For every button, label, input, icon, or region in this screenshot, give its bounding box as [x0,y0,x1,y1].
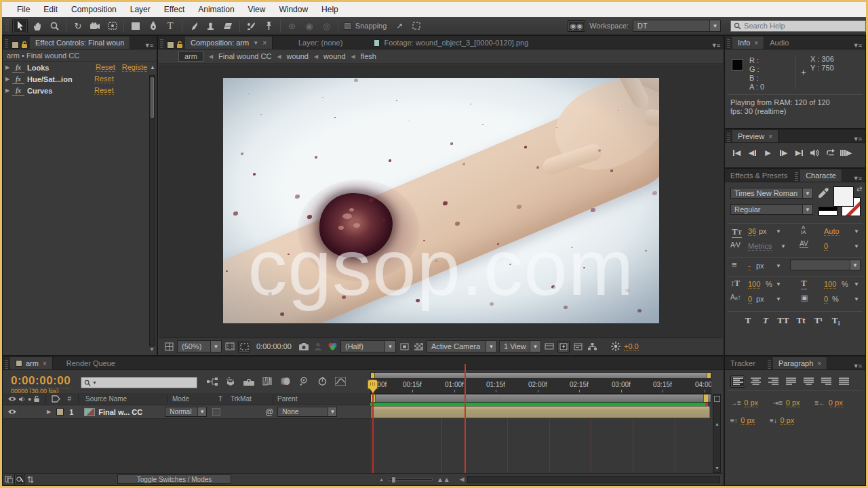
fill-color-swatch[interactable] [833,186,854,207]
justify-all-button[interactable] [836,375,851,388]
justify-last-right-button[interactable] [818,375,833,388]
scroll-down-icon[interactable]: ▼ [715,466,719,470]
roto-brush-tool-icon[interactable] [243,19,259,33]
stroke-width-value[interactable]: - [748,262,751,270]
panel-grip[interactable] [5,360,8,369]
justify-last-center-button[interactable] [801,375,816,388]
timeline-button-icon[interactable] [572,341,584,352]
menu-file[interactable]: File [10,3,37,16]
panel-grip[interactable] [5,39,8,49]
menu-layer[interactable]: Layer [123,3,157,16]
type-tool-icon[interactable]: T [162,19,178,33]
pan-behind-tool-icon[interactable] [104,19,120,33]
align-left-button[interactable] [730,375,745,388]
viewport-image[interactable]: cgsop.com [223,78,659,323]
baseline-shift-value[interactable]: 0 [748,295,752,304]
previous-frame-button[interactable]: ◀ [745,146,760,159]
source-name-column[interactable]: Source Name [85,395,163,403]
superscript-button[interactable]: T¹ [810,315,827,326]
eraser-tool-icon[interactable] [220,19,236,33]
breadcrumb-final-wound[interactable]: Final wound CC [218,52,271,60]
comp-button-icon[interactable] [714,396,720,402]
playhead-marker[interactable] [368,380,378,389]
panel-grip[interactable] [727,133,730,142]
font-style-dropdown[interactable]: Regular ▼ [730,204,813,215]
chevron-down-icon[interactable]: ▼ [854,296,859,302]
panel-grip[interactable] [795,172,798,182]
timeline-timecode[interactable]: 0:00:00:00 [11,374,71,388]
shy-layers-icon[interactable] [243,375,255,387]
expand-triangle-icon[interactable]: ▶ [3,64,12,70]
timeline-vscrollbar[interactable]: ▲ ▼ [713,394,721,473]
chevron-down-icon[interactable]: ▼ [776,296,781,302]
close-icon[interactable]: × [768,133,772,140]
tab-tracker[interactable]: Tracker [725,357,761,369]
tab-footage[interactable]: Footage: wound_object_3_[0000-0120].png [368,37,534,49]
target-region-icon[interactable] [398,341,410,352]
composition-viewport[interactable]: cgsop.com [159,64,723,338]
trkmat-checkbox[interactable] [212,408,220,416]
menu-animation[interactable]: Animation [191,3,241,16]
shape-tool-icon[interactable] [127,19,143,33]
stroke-style-dropdown[interactable]: ▼ [790,260,861,270]
scroll-down-icon[interactable]: ▼ [149,346,155,352]
selection-tool-icon[interactable] [12,19,28,33]
expand-triangle-icon[interactable]: ▶ [3,76,12,82]
tab-layer[interactable]: Layer: (none) [293,37,348,49]
safe-margins-icon[interactable] [224,341,236,352]
show-snapshot-icon[interactable] [312,341,324,352]
graph-editor-icon[interactable] [334,375,347,387]
first-frame-button[interactable]: ◀ [729,146,745,159]
tab-render-queue[interactable]: Render Queue [61,357,121,369]
camera-tool-icon[interactable] [87,19,103,33]
hand-tool-icon[interactable] [29,19,45,33]
comp-mini-flowchart-icon[interactable] [206,375,218,387]
tab-effect-controls[interactable]: Effect Controls: Final woun [30,37,130,49]
panel-menu-icon[interactable]: ▼≡ [849,136,865,142]
rotation-tool-icon[interactable]: ↻ [70,19,85,33]
layer-duration-bar[interactable] [371,406,710,418]
menu-composition[interactable]: Composition [64,3,123,16]
lock-icon[interactable] [21,41,28,49]
timeline-hscrollbar[interactable] [467,476,720,483]
chevron-down-icon[interactable]: ▼ [776,281,781,287]
effect-name[interactable]: Curves [27,87,52,95]
lock-icon[interactable] [176,41,183,49]
clone-stamp-tool-icon[interactable] [203,19,218,33]
zoom-out-mountain-icon[interactable]: ▲ [379,477,384,482]
chevron-down-icon[interactable]: ▼ [776,228,781,235]
layer-label-swatch[interactable] [56,408,64,415]
panel-menu-icon[interactable]: ▼≡ [849,175,865,182]
panel-menu-icon[interactable]: ▼≡ [849,42,865,49]
show-channel-icon[interactable] [326,341,338,352]
exposure-value[interactable]: +0.0 [624,342,639,351]
play-button[interactable]: ▶ [760,146,776,159]
close-icon[interactable]: × [754,39,758,47]
exposure-icon[interactable] [610,341,622,352]
tab-info[interactable]: Info× [732,37,764,49]
resolution-dropdown[interactable]: (Half) ▼ [340,340,396,352]
small-caps-button[interactable]: Tt [793,315,809,326]
expand-triangle-icon[interactable]: ▶ [3,87,12,94]
footer-timecode[interactable]: 0:00:00:00 [252,342,296,350]
chevron-down-icon[interactable]: ▼ [253,40,258,46]
search-help-input[interactable] [744,22,846,30]
close-icon[interactable]: × [817,360,821,367]
chevron-down-icon[interactable]: ▼ [854,228,859,235]
breadcrumb-wound-1[interactable]: wound [287,52,309,60]
font-size-value[interactable]: 36 [748,227,756,236]
breadcrumb-arm[interactable]: arm [178,51,203,62]
frame-blending-icon[interactable] [261,375,273,387]
expand-inout-icon[interactable] [25,474,36,485]
mode-column[interactable]: Mode [172,395,218,403]
menu-effect[interactable]: Effect [157,3,191,16]
chevron-down-icon[interactable]: ▼ [854,243,859,249]
space-after-value[interactable]: 0 px [780,416,794,425]
transparency-grid-icon[interactable] [412,341,425,352]
eyedropper-icon[interactable] [818,188,829,198]
breadcrumb-flesh[interactable]: flesh [361,52,376,60]
zoom-in-mountain-icon[interactable]: ▲▲ [437,476,450,483]
layer-expand-icon[interactable]: ▶ [47,409,51,415]
font-family-dropdown[interactable]: Times New Roman ▼ [730,188,813,199]
close-icon[interactable]: × [262,39,267,47]
